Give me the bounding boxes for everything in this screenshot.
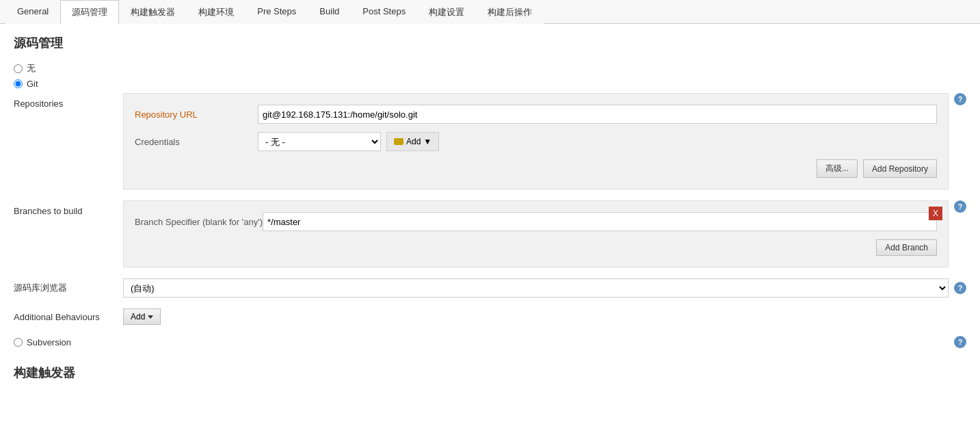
branch-specifier-input[interactable] [263,212,937,231]
tab-postbuild[interactable]: 构建后操作 [476,0,544,24]
radio-none-item[interactable]: 无 [14,62,966,75]
svn-help-icon[interactable]: ? [954,336,966,348]
tab-bar: General 源码管理 构建触发器 构建环境 Pre Steps Build … [0,0,980,24]
tab-general[interactable]: General [5,0,60,24]
credentials-add-label: Add [406,137,421,146]
radio-svn-label: Subversion [27,337,71,347]
branches-with-help: X Branch Specifier (blank for 'any') Add… [123,200,966,267]
branch-buttons-row: Add Branch [135,239,937,256]
repo-url-input[interactable] [258,105,937,124]
subversion-row: Subversion ? [14,336,966,348]
dropdown-caret-icon [148,315,153,319]
tab-build[interactable]: Build [308,0,351,24]
behaviours-label: Additional Behaviours [14,312,123,322]
repo-url-group: Repository URL [135,105,937,124]
tab-poststeps[interactable]: Post Steps [351,0,417,24]
behaviours-row: Additional Behaviours Add [14,309,966,325]
tab-source[interactable]: 源码管理 [60,0,119,24]
browser-row: 源码库浏览器 (自动) ? [14,278,966,298]
behaviours-controls: Add [123,309,161,325]
add-branch-button[interactable]: Add Branch [876,239,937,256]
credentials-controls: - 无 - Add ▼ [258,132,439,151]
radio-svn[interactable] [14,338,23,347]
bottom-section-title: 构建触发器 [14,365,966,381]
branches-form: X Branch Specifier (blank for 'any') Add… [123,200,949,267]
credentials-add-button[interactable]: Add ▼ [386,132,439,151]
credentials-group: Credentials - 无 - Add ▼ [135,132,937,151]
repositories-help-icon[interactable]: ? [954,93,966,105]
radio-none-label: 无 [27,62,36,75]
branch-specifier-label: Branch Specifier (blank for 'any') [135,217,263,227]
page-title: 源码管理 [14,35,966,51]
repositories-label: Repositories [14,93,123,109]
radio-git[interactable] [14,79,23,88]
branches-help-icon[interactable]: ? [954,200,966,213]
radio-git-label: Git [27,79,38,89]
key-icon [394,138,403,145]
browser-select[interactable]: (自动) [123,278,949,298]
radio-git-item[interactable]: Git [14,79,966,89]
tab-presteps[interactable]: Pre Steps [246,0,308,24]
branches-row: Branches to build X Branch Specifier (bl… [14,200,966,267]
branches-label: Branches to build [14,200,123,216]
tab-env[interactable]: 构建环境 [187,0,246,24]
radio-none[interactable] [14,64,23,73]
repositories-content: Repository URL Credentials - 无 - Ad [123,93,966,189]
advanced-button[interactable]: 高级... [817,159,858,178]
tab-triggers[interactable]: 构建触发器 [119,0,187,24]
repo-buttons-row: 高级... Add Repository [135,159,937,178]
repositories-with-help: Repository URL Credentials - 无 - Ad [123,93,966,189]
delete-branch-button[interactable]: X [929,207,942,220]
subversion-left: Subversion [14,337,71,347]
repositories-row: Repositories Repository URL Credentials … [14,93,966,189]
repo-url-label: Repository URL [135,109,258,120]
add-repository-button[interactable]: Add Repository [863,159,937,178]
branch-specifier-group: Branch Specifier (blank for 'any') [135,212,937,231]
add-behaviour-label: Add [131,312,145,322]
tab-settings[interactable]: 构建设置 [417,0,476,24]
add-behaviour-button[interactable]: Add [123,309,161,325]
browser-help-icon[interactable]: ? [954,282,966,294]
browser-label: 源码库浏览器 [14,282,123,294]
main-content: 源码管理 无 Git Repositories Repository URL [0,24,980,433]
repositories-form: Repository URL Credentials - 无 - Ad [123,93,949,189]
credentials-label: Credentials [135,137,258,147]
branches-content: X Branch Specifier (blank for 'any') Add… [123,200,966,267]
credentials-add-caret: ▼ [423,137,432,146]
credentials-select[interactable]: - 无 - [258,132,381,151]
